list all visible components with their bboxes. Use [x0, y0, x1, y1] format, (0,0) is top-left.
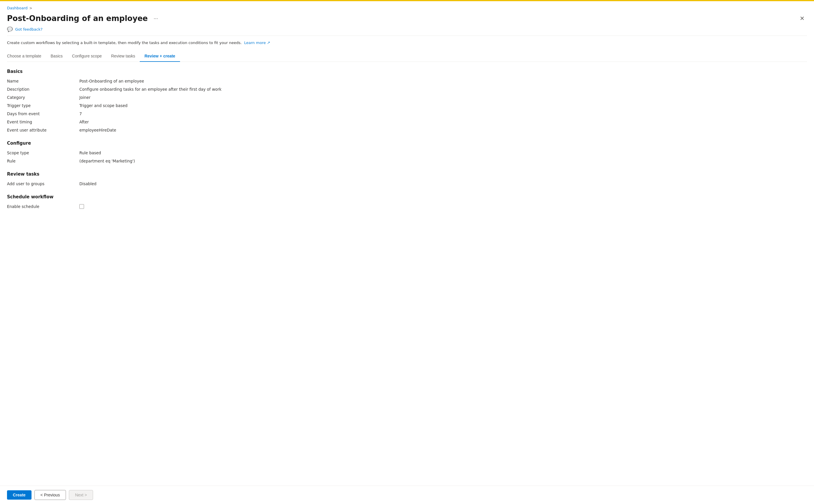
more-options-button[interactable]: ···: [151, 14, 160, 23]
breadcrumb-dashboard-link[interactable]: Dashboard: [7, 6, 28, 10]
field-trigger-type-value: Trigger and scope based: [79, 103, 807, 108]
field-name: Name Post-Onboarding of an employee: [7, 79, 807, 83]
feedback-row[interactable]: 💬 Got feedback?: [7, 27, 807, 32]
enable-schedule-checkbox[interactable]: [79, 204, 84, 209]
tab-basics[interactable]: Basics: [46, 51, 67, 62]
close-button[interactable]: ✕: [797, 14, 807, 23]
learn-more-link[interactable]: Learn more ↗: [244, 41, 270, 45]
schedule-workflow-section: Schedule workflow Enable schedule: [7, 194, 807, 210]
feedback-icon: 💬: [7, 27, 13, 32]
field-description-label: Description: [7, 87, 77, 92]
field-event-timing-label: Event timing: [7, 120, 77, 124]
footer: Create < Previous Next >: [0, 486, 814, 504]
field-enable-schedule-label: Enable schedule: [7, 204, 77, 209]
field-event-user-attribute: Event user attribute employeeHireDate: [7, 128, 807, 132]
field-scope-type: Scope type Rule based: [7, 151, 807, 155]
field-category-label: Category: [7, 95, 77, 100]
tab-review-tasks[interactable]: Review tasks: [106, 51, 140, 62]
field-add-user-to-groups-label: Add user to groups: [7, 181, 77, 186]
schedule-workflow-section-title: Schedule workflow: [7, 194, 807, 199]
field-description: Description Configure onboarding tasks f…: [7, 87, 807, 92]
tab-review-create[interactable]: Review + create: [140, 51, 180, 62]
field-days-from-event-value: 7: [79, 111, 807, 116]
create-button[interactable]: Create: [7, 490, 32, 500]
description-text: Create custom workflows by selecting a b…: [7, 41, 807, 45]
field-rule-label: Rule: [7, 159, 77, 163]
main-content: Dashboard > Post-Onboarding of an employ…: [0, 1, 814, 504]
field-rule: Rule (department eq 'Marketing'): [7, 159, 807, 163]
feedback-label: Got feedback?: [15, 27, 43, 31]
field-event-user-attribute-label: Event user attribute: [7, 128, 77, 132]
review-tasks-section-title: Review tasks: [7, 171, 807, 177]
field-category: Category Joiner: [7, 95, 807, 100]
field-trigger-type: Trigger type Trigger and scope based: [7, 103, 807, 108]
field-add-user-to-groups: Add user to groups Disabled: [7, 181, 807, 186]
review-tasks-section: Review tasks Add user to groups Disabled: [7, 171, 807, 186]
previous-button[interactable]: < Previous: [34, 490, 66, 500]
next-button: Next >: [69, 490, 93, 500]
tab-choose-template[interactable]: Choose a template: [7, 51, 46, 62]
page-title-row: Post-Onboarding of an employee ···: [7, 14, 160, 23]
tabs-bar: Choose a template Basics Configure scope…: [7, 51, 807, 62]
field-category-value: Joiner: [79, 95, 807, 100]
field-days-from-event-label: Days from event: [7, 111, 77, 116]
field-event-timing-value: After: [79, 120, 807, 124]
page-header: Post-Onboarding of an employee ··· ✕: [7, 14, 807, 23]
field-name-value: Post-Onboarding of an employee: [79, 79, 807, 83]
configure-section: Configure Scope type Rule based Rule (de…: [7, 141, 807, 163]
field-event-timing: Event timing After: [7, 120, 807, 124]
basics-section: Basics Name Post-Onboarding of an employ…: [7, 69, 807, 132]
configure-section-title: Configure: [7, 141, 807, 146]
tab-configure-scope[interactable]: Configure scope: [67, 51, 106, 62]
field-description-value: Configure onboarding tasks for an employ…: [79, 87, 807, 92]
header-divider: [7, 36, 807, 36]
field-trigger-type-label: Trigger type: [7, 103, 77, 108]
field-event-user-attribute-value: employeeHireDate: [79, 128, 807, 132]
field-days-from-event: Days from event 7: [7, 111, 807, 116]
breadcrumb: Dashboard >: [7, 6, 807, 10]
field-name-label: Name: [7, 79, 77, 83]
field-add-user-to-groups-value: Disabled: [79, 181, 807, 186]
field-scope-type-value: Rule based: [79, 151, 807, 155]
basics-section-title: Basics: [7, 69, 807, 74]
page-title: Post-Onboarding of an employee: [7, 14, 148, 23]
field-rule-value: (department eq 'Marketing'): [79, 159, 807, 163]
field-enable-schedule: Enable schedule: [7, 204, 807, 210]
breadcrumb-separator: >: [29, 6, 32, 10]
field-scope-type-label: Scope type: [7, 151, 77, 155]
field-enable-schedule-value: [79, 204, 807, 210]
